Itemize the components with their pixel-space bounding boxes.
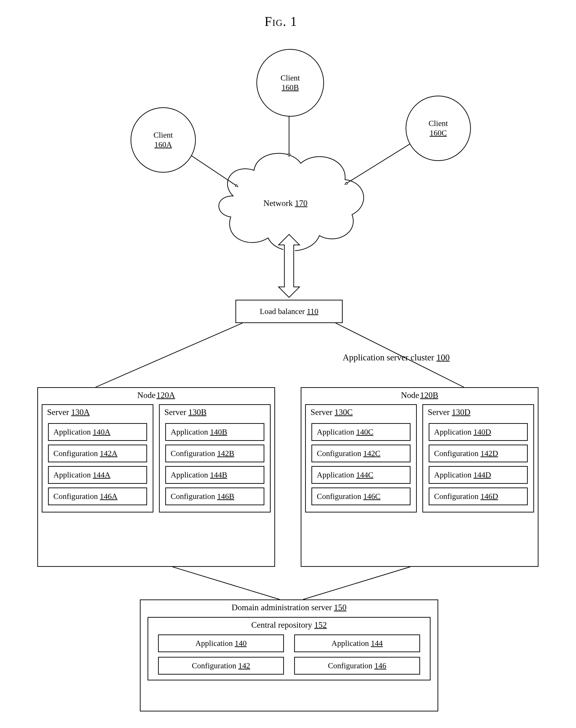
node-b-title: Node120B: [301, 388, 538, 402]
client-b: Client 160B: [256, 49, 324, 117]
svg-line-6: [303, 567, 410, 599]
svg-line-5: [173, 567, 280, 599]
server-130d-title: Server 130D: [423, 405, 534, 420]
figure-title: Fig. 1: [265, 14, 297, 29]
server-130d: Server 130D Application 140D Configurati…: [422, 404, 534, 512]
item-142a: Configuration 142A: [48, 444, 147, 462]
das-title: Domain administration server 150: [141, 600, 437, 615]
item-146b: Configuration 146B: [165, 487, 264, 505]
svg-line-3: [95, 323, 242, 387]
cloud-to-lb-arrow: [279, 233, 299, 299]
client-c-label: Client: [428, 119, 448, 128]
item-140c: Application 140C: [311, 423, 410, 441]
item-144a: Application 144A: [48, 466, 147, 484]
server-130a-title: Server 130A: [42, 405, 153, 420]
server-130b: Server 130B Application 140B Configurati…: [159, 404, 271, 512]
repo-item-140: Application 140: [158, 635, 284, 652]
server-130b-title: Server 130B: [160, 405, 270, 420]
client-a: Client 160A: [131, 107, 196, 172]
item-146a: Configuration 146A: [48, 487, 147, 505]
node-b: Node120B Server 130C Application 140C Co…: [301, 387, 539, 567]
item-140a: Application 140A: [48, 423, 147, 441]
item-142b: Configuration 142B: [165, 444, 264, 462]
cluster-label: Application server cluster 100: [343, 352, 450, 362]
client-b-label: Client: [281, 73, 300, 83]
svg-line-1: [189, 154, 238, 187]
item-146c: Configuration 146C: [311, 487, 410, 505]
server-130a: Server 130A Application 140A Configurati…: [42, 404, 153, 512]
item-144b: Application 144B: [165, 466, 264, 484]
item-146d: Configuration 146D: [429, 487, 528, 505]
item-142d: Configuration 142D: [429, 444, 528, 462]
item-140d: Application 140D: [429, 423, 528, 441]
network-label: Network 170: [263, 198, 308, 208]
item-144c: Application 144C: [311, 466, 410, 484]
client-a-ref: 160A: [154, 140, 172, 150]
client-c: Client 160C: [406, 96, 471, 161]
repo-item-142: Configuration 142: [158, 657, 284, 675]
item-144d: Application 144D: [429, 466, 528, 484]
node-a-title: Node120A: [38, 388, 275, 402]
load-balancer-label: Load balancer 110: [260, 307, 318, 316]
repo-item-146: Configuration 146: [294, 657, 420, 675]
server-130c: Server 130C Application 140C Configurati…: [305, 404, 417, 512]
repo-title: Central repository 152: [148, 618, 430, 632]
load-balancer: Load balancer 110: [235, 300, 343, 323]
item-140b: Application 140B: [165, 423, 264, 441]
client-a-label: Client: [153, 130, 173, 140]
client-b-ref: 160B: [282, 83, 299, 92]
svg-line-2: [345, 142, 412, 184]
node-a: Node120A Server 130A Application 140A Co…: [37, 387, 275, 567]
client-c-ref: 160C: [430, 128, 447, 138]
repo-item-144: Application 144: [294, 635, 420, 652]
diagram-canvas: Fig. 1 Client 160A Client 160B Client 16…: [9, 9, 567, 719]
das: Domain administration server 150 Central…: [140, 599, 438, 711]
central-repository: Central repository 152 Application 140 A…: [148, 617, 431, 680]
item-142c: Configuration 142C: [311, 444, 410, 462]
server-130c-title: Server 130C: [306, 405, 416, 420]
